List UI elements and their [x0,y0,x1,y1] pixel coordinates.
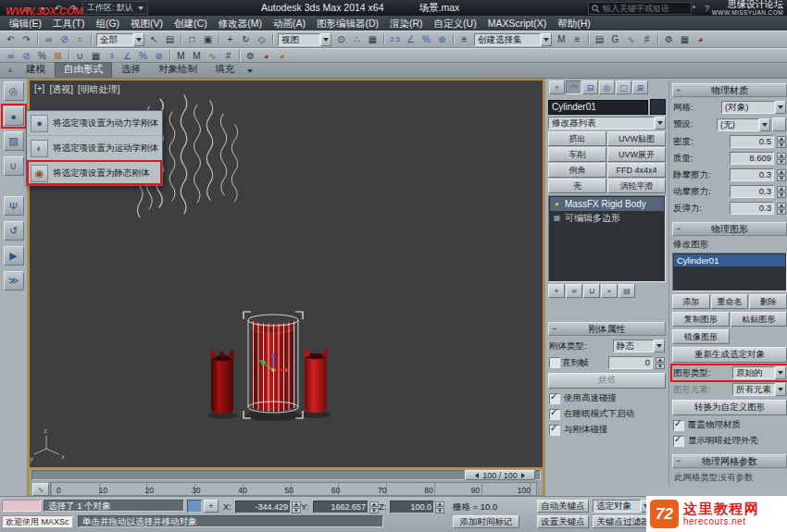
mini-curve-editor-icon[interactable]: ∿ [205,49,220,63]
menu-create[interactable]: 创建(C) [169,16,213,31]
track-bar-ruler[interactable]: 0 10 20 30 40 50 60 70 80 90 100 [50,482,537,496]
menu-group[interactable]: 组(G) [90,16,125,31]
mesh-dropdown[interactable]: (对象) [721,101,786,114]
density-field[interactable]: 0.5 [730,135,774,148]
keyboard-toggle-icon[interactable]: ▦ [88,49,104,63]
select-and-scale-icon[interactable]: ◇ [254,32,269,46]
tab-hierarchy-icon[interactable]: ⊟ [582,80,598,94]
track-bar[interactable]: ∿ 0 10 20 30 40 50 60 70 80 90 100 [28,481,544,497]
viewport-shading-token[interactable]: [明暗处理] [78,83,120,96]
chevron-down-icon[interactable] [775,366,786,379]
bulb-icon[interactable]: ● [552,200,562,208]
chevron-down-icon[interactable] [541,33,552,46]
select-and-manipulate-icon[interactable]: ∴ [349,32,365,46]
ragdoll-icon[interactable]: Ψ [4,196,24,216]
angle-snap-icon[interactable]: ∠ [403,32,418,46]
stack-item-editable-poly[interactable]: ▦ 可编辑多边形 [550,211,664,225]
search-box[interactable] [588,2,692,15]
material-editor-icon[interactable]: M [173,49,189,63]
ribbon-tab-populate[interactable]: 填充 [206,62,243,78]
convert-to-custom-shape-button[interactable]: 转换为自定义图形 [672,400,787,415]
set-key-button[interactable]: 设置关键点 [537,515,589,528]
unlink-selection-icon[interactable]: ⊘ [56,32,72,46]
dynamic-friction-field[interactable]: 0.3 [730,185,774,198]
mass-spinner[interactable] [777,153,786,165]
lock-icon[interactable]: ⊠ [50,49,66,63]
bake-button[interactable]: 烘焙 [548,373,666,389]
collide-with-rigid-bodies-checkbox[interactable] [549,425,560,436]
auto-key-button[interactable]: 自动关键点 [537,500,589,513]
absolute-offset-toggle-icon[interactable]: + [204,500,219,513]
stack-item-massfx-rigid-body[interactable]: ● MassFX Rigid Body [550,197,664,211]
ribbon-tab-selection[interactable]: 选择 [113,62,149,78]
pin-stack-icon[interactable]: ⌖ [548,284,565,298]
ribbon-menu-icon[interactable]: ≡ [4,65,17,77]
shapes-list[interactable]: Cylinder01 [672,253,787,291]
set-rigid-body-flyout-icon[interactable]: ● [4,106,24,126]
mass-field[interactable]: 8.609 [730,152,774,165]
rollout-physical-material[interactable]: 物理材质 [672,83,787,97]
chevron-down-icon[interactable] [320,33,331,46]
render-iterative-icon[interactable]: ◕ [274,49,290,63]
play-simulation-icon[interactable]: ▶ [4,246,24,266]
mirror-shape-button[interactable]: 镜像图形 [672,329,730,344]
copy-shape-button[interactable]: 复制图形 [672,312,730,327]
preset-lock-icon[interactable] [772,118,786,131]
shapes-list-item[interactable]: Cylinder01 [674,254,785,266]
reference-coordinate-dropdown[interactable]: 视图 [278,33,331,46]
undo-toolbar-icon[interactable]: ↶ [3,32,19,46]
object-color-swatch[interactable] [650,99,666,115]
schematic-view-icon[interactable]: # [639,32,655,46]
massfx-world-icon[interactable]: ◎ [4,81,24,101]
percent-snap-icon[interactable]: % [135,49,151,63]
chevron-down-icon[interactable] [133,33,144,46]
render-production-icon[interactable]: ◕ [693,32,708,46]
selection-region-icon[interactable]: □ [184,32,200,46]
modifier-button-bevel[interactable]: 倒角 [548,163,606,178]
bounciness-field[interactable]: 0.3 [730,202,774,215]
modifier-button-extrude[interactable]: 挤出 [548,131,606,146]
flyout-item-dynamic-rigid-body[interactable]: ● 将选定项设置为动力学刚体 [27,111,162,135]
select-and-rotate-icon[interactable]: ↻ [238,32,254,46]
unlink-constraint-icon[interactable]: ⊘ [19,49,34,63]
x-coordinate-field[interactable]: -344.429 [235,501,301,513]
static-friction-field[interactable]: 0.3 [730,168,774,181]
window-crossing-icon[interactable]: ▣ [200,32,216,46]
link-constraint-icon[interactable]: ∞ [3,49,19,63]
previous-frame-icon[interactable] [475,473,479,478]
rigid-body-type-dropdown[interactable]: 静态 [613,340,665,353]
ribbon-tab-modeling[interactable]: 建模 [18,62,54,78]
high-velocity-collisions-checkbox[interactable] [549,393,560,404]
menu-animation[interactable]: 动画(A) [268,16,311,31]
static-friction-spinner[interactable] [777,169,786,181]
shape-type-dropdown[interactable]: 原始的 [732,366,786,379]
snap-toggle-icon[interactable]: 2.5 [387,32,403,46]
menu-edit[interactable]: 编辑(E) [4,16,47,31]
render-setup-icon[interactable]: ⚙ [661,32,677,46]
step-simulation-icon[interactable]: ≫ [4,271,24,291]
make-unique-icon[interactable]: ⊔ [583,284,600,298]
paste-shape-button[interactable]: 粘贴图形 [731,312,787,327]
modifier-button-turbosmooth[interactable]: 涡轮平滑 [607,179,666,193]
delete-shape-button[interactable]: 删除 [749,294,787,309]
menu-help[interactable]: 帮助(H) [552,16,596,31]
tab-modify-icon[interactable]: ◠ [566,80,581,94]
menu-maxscript[interactable]: MAXScript(X) [482,16,553,31]
select-and-move-icon[interactable]: + [222,32,238,46]
chevron-down-icon[interactable] [759,118,770,131]
cylinder-object-right[interactable] [304,349,328,413]
named-selection-sets-dropdown[interactable]: 创建选择集 [474,33,552,46]
spinner-snap-icon[interactable]: ⊚ [151,49,167,63]
select-and-link-icon[interactable]: ∞ [41,32,56,46]
flyout-item-kinematic-rigid-body[interactable]: ◐ 将选定项设置为运动学刚体 [27,135,162,160]
redo-toolbar-icon[interactable]: ↷ [19,32,34,46]
rollout-physical-mesh-parameters[interactable]: 物理网格参数 [672,454,787,468]
percent-snap-icon[interactable]: % [418,32,434,46]
ribbon-tab-object-paint[interactable]: 对象绘制 [150,62,206,78]
until-frame-spinner[interactable] [656,357,665,369]
mirror-icon[interactable]: M [554,32,569,46]
override-physical-material-checkbox[interactable] [673,420,684,431]
show-end-result-icon[interactable]: ≍ [566,284,582,298]
tab-create-icon[interactable]: + [549,80,565,94]
mini-curve-editor-icon[interactable]: ∿ [32,483,49,496]
